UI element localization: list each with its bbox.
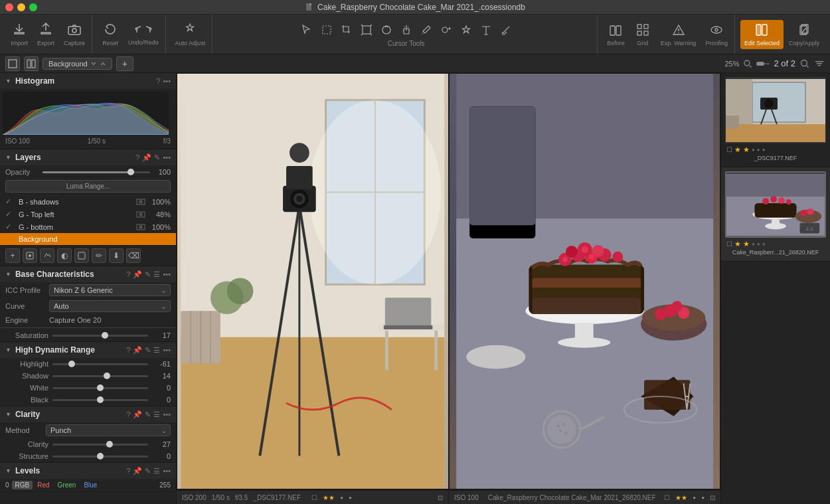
black-slider[interactable]	[52, 399, 148, 401]
luma-range-button[interactable]: Luma Range...	[5, 180, 171, 193]
delete-layer-btn[interactable]: ⌫	[126, 248, 141, 263]
layers-more[interactable]: •••	[163, 153, 171, 162]
layers-edit[interactable]: ✎	[154, 153, 160, 162]
hdr-pin[interactable]: 📌	[133, 346, 142, 355]
hdr-question[interactable]: ?	[126, 346, 130, 355]
right-checkbox[interactable]: ☐	[664, 494, 670, 501]
opacity-slider[interactable]	[42, 171, 150, 173]
hdr-list[interactable]: ☰	[153, 346, 160, 355]
right-image-panel[interactable]	[449, 73, 721, 489]
levels-edit[interactable]: ✎	[145, 467, 151, 475]
edit-selected-button[interactable]: Edit Selected	[740, 20, 784, 49]
auto-adjust-button[interactable]: Auto Adjust	[171, 19, 210, 49]
left-checkbox[interactable]: ☐	[311, 494, 317, 501]
close-button[interactable]	[5, 3, 13, 11]
histogram-more[interactable]: •••	[163, 77, 171, 85]
thumbnail-1[interactable]: ☐ ★ ★ ● ● ● _DSC9177.NEF	[721, 73, 830, 167]
histogram-question[interactable]: ?	[156, 77, 160, 85]
left-image-panel[interactable]	[177, 73, 449, 489]
levels-header[interactable]: ▼ Levels ? 📌 ✎ ☰ •••	[0, 463, 176, 479]
text-tool[interactable]	[477, 21, 495, 39]
method-select[interactable]: Punch Natural Strong Neutral Classic	[46, 424, 171, 436]
levels-question[interactable]: ?	[126, 467, 130, 475]
crop-tool[interactable]	[337, 21, 356, 39]
rotate-tool[interactable]	[377, 21, 396, 39]
thumbnail-2[interactable]: 1:1 ☐ ★ ★ ● ● ● Cake_Raspberr...21_26820…	[721, 167, 830, 262]
download-mask-btn[interactable]: ⬇	[109, 248, 124, 263]
mask-mode-btn[interactable]: ◐	[57, 248, 72, 263]
reset-button[interactable]: Reset	[98, 19, 123, 49]
layers-question[interactable]: ?	[135, 153, 139, 162]
zoom-slider[interactable]	[756, 61, 770, 66]
clarity-edit[interactable]: ✎	[145, 410, 151, 419]
hdr-header[interactable]: ▼ High Dynamic Range ? 📌 ✎ ☰ •••	[0, 342, 176, 358]
levels-pin[interactable]: 📌	[133, 467, 142, 475]
clarity-list[interactable]: ☰	[153, 410, 160, 419]
pen-tool-btn[interactable]: ✏	[92, 248, 106, 263]
search-icon[interactable]	[799, 58, 810, 69]
draw-mask-btn[interactable]	[40, 248, 54, 263]
rgb-tab[interactable]: RGB	[12, 481, 33, 489]
add-layer-btn[interactable]: +	[5, 248, 20, 263]
hdr-more[interactable]: •••	[163, 346, 171, 355]
proofing-button[interactable]: Proofing	[701, 20, 732, 49]
layer-g-bottom[interactable]: ✓ G - bottom 100%	[0, 220, 176, 233]
saturation-slider[interactable]	[52, 335, 148, 337]
undo-redo-button[interactable]: Undo/Redo	[124, 21, 163, 48]
minimize-button[interactable]	[17, 3, 25, 11]
select-tool[interactable]	[297, 21, 316, 39]
layer-b-shadows[interactable]: ✓ B - shadows 100%	[0, 195, 176, 208]
base-char-edit[interactable]: ✎	[145, 270, 151, 279]
base-char-more[interactable]: •••	[163, 270, 171, 279]
clone-tool[interactable]	[437, 21, 456, 39]
structure-slider[interactable]	[52, 456, 148, 458]
before-button[interactable]: Before	[603, 20, 629, 49]
hdr-edit[interactable]: ✎	[145, 346, 151, 355]
maximize-button[interactable]	[29, 3, 37, 11]
layer-background[interactable]: Background	[0, 233, 176, 245]
red-tab[interactable]: Red	[34, 481, 52, 489]
copy-apply-button[interactable]: Copy/Apply	[785, 20, 823, 49]
clarity-header[interactable]: ▼ Clarity ? 📌 ✎ ☰ •••	[0, 406, 176, 422]
layers-pin[interactable]: 📌	[142, 153, 151, 162]
new-adjustment-btn[interactable]	[23, 248, 37, 263]
levels-list[interactable]: ☰	[153, 467, 160, 475]
filter-icon[interactable]	[814, 58, 825, 69]
base-char-list[interactable]: ☰	[153, 270, 160, 279]
base-char-header[interactable]: ▼ Base Characteristics ? 📌 ✎ ☰ •••	[0, 266, 176, 282]
layers-header[interactable]: ▼ Layers ? 📌 ✎ •••	[0, 149, 176, 165]
pan-tool[interactable]	[397, 21, 416, 39]
grid-button[interactable]: Grid	[630, 20, 655, 49]
single-view-button[interactable]	[5, 56, 20, 71]
mask-type-btn[interactable]	[74, 248, 89, 263]
export-button[interactable]: Export	[33, 19, 58, 49]
shadow-slider[interactable]	[52, 375, 148, 377]
clarity-more[interactable]: •••	[163, 410, 171, 419]
layer-g-topleft[interactable]: ✓ G - Top left 48%	[0, 208, 176, 220]
clarity-pin[interactable]: 📌	[133, 410, 142, 419]
loupe-icon[interactable]	[743, 59, 752, 68]
transform-tool[interactable]	[357, 21, 376, 39]
base-char-question[interactable]: ?	[126, 270, 130, 279]
blue-tab[interactable]: Blue	[80, 481, 100, 489]
left-expand[interactable]: ⊡	[438, 494, 443, 501]
histogram-header[interactable]: ▼ Histogram ? •••	[0, 73, 176, 89]
exp-warning-button[interactable]: Exp. Warning	[657, 20, 701, 49]
levels-more[interactable]: •••	[163, 467, 171, 475]
compare-view-button[interactable]	[24, 56, 39, 71]
right-expand[interactable]: ⊡	[710, 494, 715, 501]
heal-tool[interactable]	[457, 21, 475, 39]
green-tab[interactable]: Green	[54, 481, 80, 489]
base-char-pin[interactable]: 📌	[133, 270, 142, 279]
icc-select[interactable]: Nikon Z 6 Generic	[49, 284, 171, 296]
white-slider[interactable]	[52, 387, 148, 389]
clarity-slider[interactable]	[52, 444, 148, 446]
curve-select[interactable]: Auto	[49, 300, 171, 312]
marquee-tool[interactable]	[317, 21, 336, 39]
add-layer-button[interactable]: +	[116, 56, 133, 71]
capture-button[interactable]: Capture	[60, 19, 89, 49]
highlight-slider[interactable]	[52, 363, 148, 365]
brush-tool[interactable]	[417, 21, 436, 39]
clarity-question[interactable]: ?	[126, 410, 130, 419]
layer-name-selector[interactable]: Background	[42, 58, 112, 70]
